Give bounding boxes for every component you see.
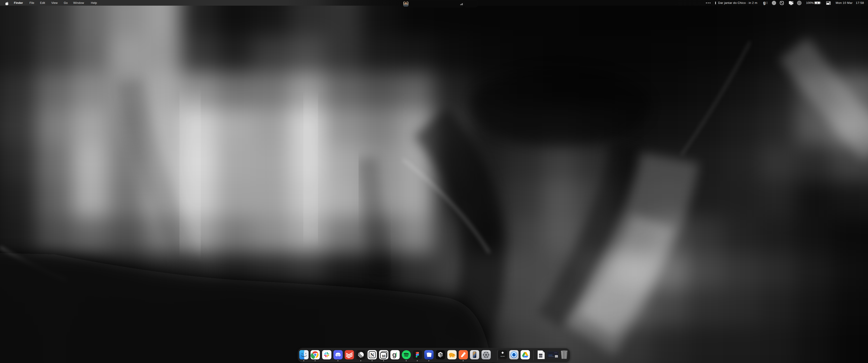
svg-text:N: N (370, 352, 374, 358)
svg-text:raycast: raycast (500, 355, 505, 357)
svg-text:10: 10 (381, 354, 385, 358)
svg-text:11: 11 (556, 356, 557, 357)
svg-text:g: g (392, 351, 396, 358)
